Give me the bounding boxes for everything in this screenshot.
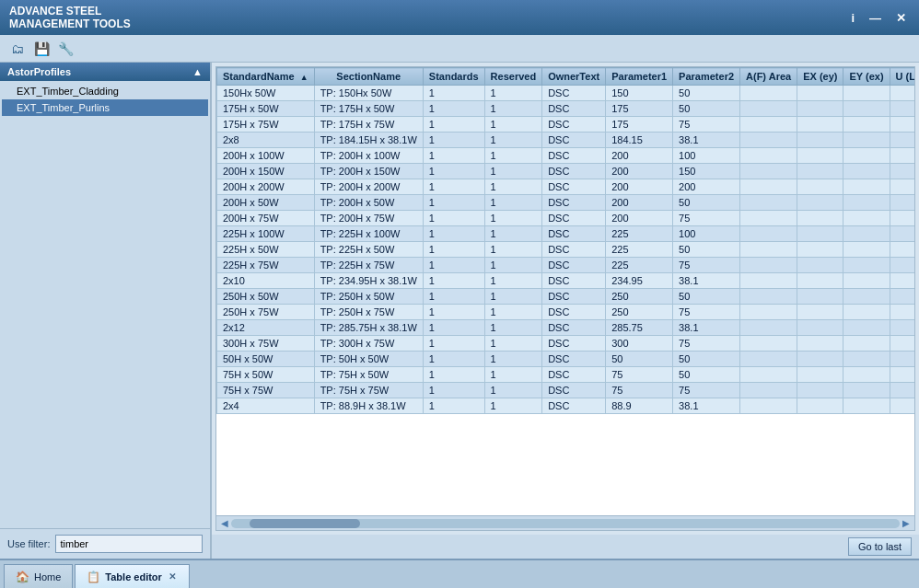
- close-button[interactable]: ✕: [892, 11, 910, 25]
- sidebar-item-ext-timber-cladding[interactable]: EXT_Timber_Cladding: [2, 83, 208, 99]
- cell-standards: 1: [423, 398, 484, 414]
- col-header-standardname[interactable]: StandardName ▲: [217, 68, 315, 86]
- cell-parameter2: 100: [673, 226, 740, 242]
- sidebar-collapse-icon[interactable]: ▲: [192, 66, 203, 77]
- cell-ex_ey: [797, 242, 843, 258]
- cell-standardname: 300H x 75W: [217, 336, 315, 352]
- cell-standardname: 225H x 50W: [217, 242, 315, 258]
- table-row[interactable]: 75H x 75WTP: 75H x 75W11DSC7575: [217, 383, 915, 398]
- cell-reserved: 1: [484, 383, 542, 398]
- cell-sectionname: TP: 200H x 100W: [314, 148, 423, 164]
- cell-ex_ey: [797, 305, 843, 320]
- cell-ex_ey: [797, 133, 843, 148]
- cell-ownertext: DSC: [542, 133, 606, 148]
- col-header-sectionname[interactable]: SectionName: [314, 68, 423, 86]
- scroll-right-icon[interactable]: ▶: [900, 518, 913, 528]
- cell-ex_ey: [797, 101, 843, 117]
- cell-area: [740, 383, 797, 398]
- settings-toolbar-button[interactable]: 🔧: [55, 39, 76, 59]
- app-title: ADVANCE STEEL MANAGEMENT TOOLS: [9, 5, 131, 31]
- sidebar-item-ext-timber-purlins[interactable]: EXT_Timber_Purlins: [2, 99, 208, 116]
- cell-sectionname: TP: 184.15H x 38.1W: [314, 133, 423, 148]
- table-row[interactable]: 225H x 100WTP: 225H x 100W11DSC225100: [217, 226, 915, 242]
- cell-sectionname: TP: 200H x 200W: [314, 179, 423, 195]
- cell-area: [740, 258, 797, 273]
- cell-ey_ex: [843, 242, 890, 258]
- table-row[interactable]: 50H x 50WTP: 50H x 50W11DSC5050: [217, 352, 915, 367]
- table-scroll[interactable]: StandardName ▲ SectionName Standards Res…: [216, 67, 914, 515]
- cell-area: [740, 86, 797, 101]
- cell-ownertext: DSC: [542, 195, 606, 211]
- cell-parameter1: 75: [606, 367, 673, 383]
- cell-standardname: 225H x 75W: [217, 258, 315, 273]
- table-row[interactable]: 250H x 50WTP: 250H x 50W11DSC25050: [217, 289, 915, 305]
- table-row[interactable]: 175H x 75WTP: 175H x 75W11DSC17575: [217, 117, 915, 133]
- cell-ownertext: DSC: [542, 211, 606, 226]
- info-button[interactable]: i: [847, 11, 858, 25]
- h-scrollbar[interactable]: ◀ ▶: [216, 515, 914, 530]
- table-container: StandardName ▲ SectionName Standards Res…: [215, 66, 915, 531]
- col-header-u-lateral[interactable]: U (Lateral surface): [890, 68, 914, 86]
- cell-standards: 1: [423, 258, 484, 273]
- col-header-area[interactable]: A(F) Area: [740, 68, 797, 86]
- table-row[interactable]: 2x8→TP: 184.15H x 38.1W11DSC184.1538.1: [217, 133, 915, 148]
- col-header-standards[interactable]: Standards: [423, 68, 484, 86]
- cell-reserved: 1: [484, 164, 542, 179]
- tab-table-editor-close[interactable]: ✕: [167, 571, 178, 582]
- table-row[interactable]: 200H x 50WTP: 200H x 50W11DSC20050: [217, 195, 915, 211]
- cell-ex_ey: [797, 320, 843, 336]
- col-header-ey-ex[interactable]: EY (ex): [843, 68, 890, 86]
- cell-area: [740, 273, 797, 289]
- minimize-button[interactable]: —: [866, 11, 885, 25]
- goto-last-button[interactable]: Go to last: [848, 537, 912, 556]
- tab-home[interactable]: 🏠 Home: [4, 564, 73, 588]
- cell-reserved: 1: [484, 133, 542, 148]
- open-toolbar-button[interactable]: 🗂: [7, 39, 28, 59]
- cell-parameter1: 200: [606, 211, 673, 226]
- save-toolbar-button[interactable]: 💾: [31, 39, 52, 59]
- tab-bar: 🏠 Home 📋 Table editor ✕: [0, 559, 919, 588]
- table-row[interactable]: 200H x 150WTP: 200H x 150W11DSC200150: [217, 164, 915, 179]
- tab-table-editor[interactable]: 📋 Table editor ✕: [75, 564, 190, 588]
- table-row[interactable]: 300H x 75WTP: 300H x 75W11DSC30075: [217, 336, 915, 352]
- table-row[interactable]: 75H x 50WTP: 75H x 50W11DSC7550: [217, 367, 915, 383]
- cell-u_lateral: [890, 86, 914, 101]
- scroll-thumb[interactable]: [250, 519, 360, 528]
- cell-ownertext: DSC: [542, 258, 606, 273]
- table-row[interactable]: 2x12→TP: 285.75H x 38.1W11DSC285.7538.1: [217, 320, 915, 336]
- cell-ex_ey: [797, 352, 843, 367]
- table-row[interactable]: 2x10→TP: 234.95H x 38.1W11DSC234.9538.1: [217, 273, 915, 289]
- col-header-ownertext[interactable]: OwnerText: [542, 68, 606, 86]
- col-header-parameter2[interactable]: Parameter2: [673, 68, 740, 86]
- table-row[interactable]: 175H x 50WTP: 175H x 50W11DSC17550: [217, 101, 915, 117]
- cell-ownertext: DSC: [542, 101, 606, 117]
- cell-standards: 1: [423, 211, 484, 226]
- col-header-ex-ey[interactable]: EX (ey): [797, 68, 843, 86]
- table-row[interactable]: 225H x 75WTP: 225H x 75W11DSC22575: [217, 258, 915, 273]
- cell-sectionname: TP: 175H x 50W: [314, 101, 423, 117]
- cell-ex_ey: [797, 117, 843, 133]
- cell-u_lateral: [890, 242, 914, 258]
- col-header-parameter1[interactable]: Parameter1: [606, 68, 673, 86]
- cell-reserved: 1: [484, 195, 542, 211]
- table-row[interactable]: 250H x 75WTP: 250H x 75W11DSC25075: [217, 305, 915, 320]
- filter-input[interactable]: [55, 535, 203, 553]
- cell-area: [740, 195, 797, 211]
- cell-sectionname: TP: 200H x 150W: [314, 164, 423, 179]
- scroll-left-icon[interactable]: ◀: [218, 518, 231, 528]
- cell-standards: 1: [423, 179, 484, 195]
- cell-parameter2: 75: [673, 211, 740, 226]
- cell-standardname: 225H x 100W: [217, 226, 315, 242]
- table-row[interactable]: 150Hx 50WTP: 150Hx 50W11DSC15050: [217, 86, 915, 101]
- cell-area: [740, 367, 797, 383]
- cell-ex_ey: [797, 273, 843, 289]
- table-row[interactable]: 200H x 200WTP: 200H x 200W11DSC200200: [217, 179, 915, 195]
- cell-ex_ey: [797, 226, 843, 242]
- cell-ey_ex: [843, 258, 890, 273]
- table-row[interactable]: 225H x 50WTP: 225H x 50W11DSC22550: [217, 242, 915, 258]
- table-row[interactable]: 2x4→TP: 88.9H x 38.1W11DSC88.938.1: [217, 398, 915, 414]
- col-header-reserved[interactable]: Reserved: [484, 68, 542, 86]
- table-row[interactable]: 200H x 100WTP: 200H x 100W11DSC200100: [217, 148, 915, 164]
- cell-reserved: 1: [484, 367, 542, 383]
- table-row[interactable]: 200H x 75WTP: 200H x 75W11DSC20075: [217, 211, 915, 226]
